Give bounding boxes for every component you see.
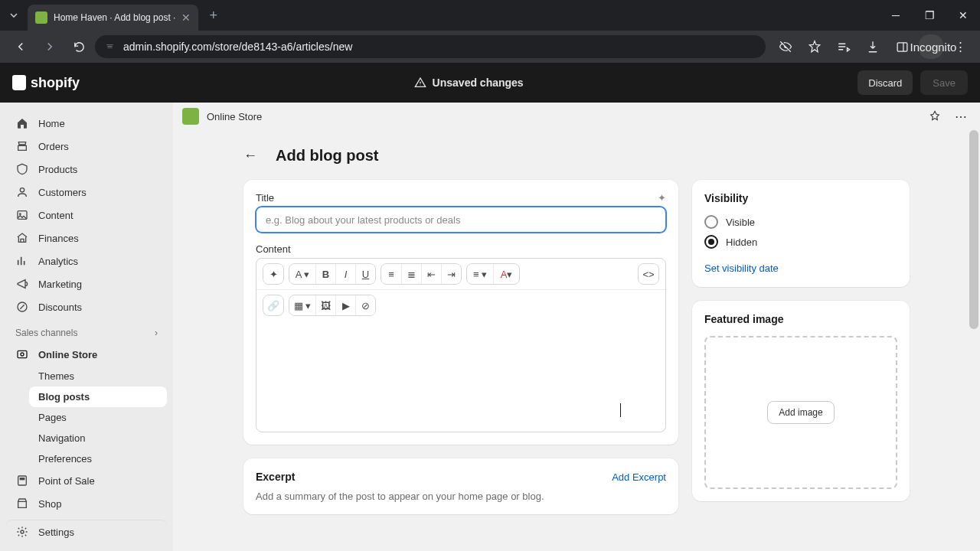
- nav-preferences[interactable]: Preferences: [29, 448, 167, 469]
- image-button[interactable]: 🖼: [315, 295, 335, 315]
- breadcrumb-bar: Online Store ⋯: [173, 103, 980, 130]
- new-tab-button[interactable]: +: [198, 8, 228, 24]
- incognito-badge[interactable]: Incognito: [919, 34, 943, 59]
- nav-customers[interactable]: Customers: [6, 181, 167, 204]
- pin-icon[interactable]: [925, 106, 945, 126]
- home-icon: [15, 116, 29, 130]
- nav-online-store[interactable]: Online Store: [6, 343, 167, 366]
- nav-content[interactable]: Content: [6, 204, 167, 227]
- maximize-button[interactable]: ❐: [913, 0, 946, 31]
- back-arrow-icon[interactable]: ←: [243, 148, 265, 164]
- link-button[interactable]: 🔗: [263, 295, 283, 315]
- align-button[interactable]: ≡ ▾: [467, 264, 493, 284]
- sales-channels-header[interactable]: Sales channels ›: [6, 318, 167, 343]
- store-icon: [15, 347, 29, 361]
- nav-products[interactable]: Products: [6, 158, 167, 181]
- back-button[interactable]: [8, 34, 34, 60]
- svg-rect-7: [18, 476, 27, 485]
- site-info-icon[interactable]: [104, 41, 116, 53]
- nav-blog-posts[interactable]: Blog posts: [29, 386, 167, 407]
- excerpt-description: Add a summary of the post to appear on y…: [256, 491, 666, 502]
- nav-navigation[interactable]: Navigation: [29, 428, 167, 448]
- nav-themes[interactable]: Themes: [29, 366, 167, 386]
- add-excerpt-link[interactable]: Add Excerpt: [612, 471, 666, 483]
- excerpt-title: Excerpt: [256, 471, 295, 483]
- svg-rect-8: [20, 478, 25, 480]
- content-textarea[interactable]: [256, 321, 665, 432]
- reload-button[interactable]: [66, 34, 92, 60]
- shop-icon: [15, 497, 29, 510]
- nav-settings[interactable]: Settings: [6, 520, 167, 543]
- featured-image-dropzone[interactable]: Add image: [704, 336, 897, 489]
- outdent-button[interactable]: ⇤: [421, 264, 441, 284]
- download-icon[interactable]: [861, 34, 885, 59]
- source-code-button[interactable]: <>: [639, 264, 658, 284]
- shopify-logo[interactable]: shopify: [12, 75, 80, 91]
- logo-bag-icon: [12, 75, 26, 90]
- featured-image-title: Featured image: [704, 313, 897, 325]
- discard-button[interactable]: Discard: [858, 70, 913, 95]
- visibility-card: Visibility Visible Hidden Set visibility…: [692, 180, 910, 287]
- close-window-button[interactable]: ✕: [946, 0, 980, 31]
- visibility-hidden-radio[interactable]: Hidden: [704, 235, 897, 249]
- nav-analytics[interactable]: Analytics: [6, 249, 167, 272]
- paragraph-style-button[interactable]: A ▾: [289, 264, 315, 284]
- playlist-icon[interactable]: [831, 34, 856, 59]
- set-visibility-date-link[interactable]: Set visibility date: [704, 262, 779, 274]
- svg-rect-5: [18, 350, 27, 357]
- chevron-right-icon: ›: [155, 328, 158, 338]
- nav-marketing[interactable]: Marketing: [6, 272, 167, 295]
- title-label: Title: [256, 192, 274, 204]
- scrollbar[interactable]: [969, 130, 978, 329]
- nav-finances[interactable]: Finances: [6, 227, 167, 249]
- eye-off-icon[interactable]: [773, 34, 798, 59]
- bold-button[interactable]: B: [315, 264, 335, 284]
- editor-toolbar: ✦ A ▾ B I U ≡ ≣ ⇤: [256, 259, 665, 290]
- title-input[interactable]: [256, 207, 666, 233]
- table-button[interactable]: ▦ ▾: [289, 295, 315, 315]
- sparkle-icon[interactable]: ✦: [658, 192, 666, 204]
- address-bar[interactable]: admin.shopify.com/store/de8143-a6/articl…: [95, 35, 766, 58]
- tab-title: Home Haven · Add blog post ·: [54, 12, 175, 23]
- main-content: Online Store ⋯ ← Add blog post Title ✦: [173, 103, 980, 551]
- title-label-row: Title ✦: [256, 192, 666, 204]
- nav-shop[interactable]: Shop: [6, 492, 167, 515]
- nav-discounts[interactable]: Discounts: [6, 295, 167, 318]
- menu-icon[interactable]: ⋮: [948, 34, 972, 59]
- ai-sparkle-button[interactable]: ✦: [263, 264, 283, 284]
- products-icon: [15, 162, 29, 176]
- add-image-button[interactable]: Add image: [767, 401, 834, 424]
- analytics-icon: [15, 254, 29, 268]
- clear-format-button[interactable]: ⊘: [355, 295, 375, 315]
- radio-checked-icon: [704, 235, 718, 249]
- svg-point-1: [20, 188, 24, 192]
- close-tab-icon[interactable]: ✕: [181, 11, 191, 24]
- nav-orders[interactable]: Orders: [6, 135, 167, 158]
- browser-tab[interactable]: Home Haven · Add blog post · ✕: [28, 5, 198, 31]
- minimize-button[interactable]: ─: [879, 0, 913, 31]
- nav-home[interactable]: Home: [6, 112, 167, 135]
- customers-icon: [15, 185, 29, 199]
- visibility-visible-radio[interactable]: Visible: [704, 215, 897, 229]
- forward-button[interactable]: [37, 34, 63, 60]
- numbered-list-button[interactable]: ≣: [401, 264, 421, 284]
- more-icon[interactable]: ⋯: [951, 106, 971, 126]
- video-button[interactable]: ▶: [335, 295, 355, 315]
- bookmark-icon[interactable]: [802, 34, 827, 59]
- text-color-button[interactable]: A ▾: [493, 264, 519, 284]
- save-button[interactable]: Save: [920, 70, 968, 95]
- underline-button[interactable]: U: [355, 264, 375, 284]
- gear-icon: [15, 525, 29, 539]
- nav-pages[interactable]: Pages: [29, 407, 167, 428]
- nav-pos[interactable]: Point of Sale: [6, 469, 167, 492]
- tab-search-button[interactable]: [0, 2, 28, 28]
- radio-icon: [704, 215, 718, 229]
- page-header: ← Add blog post: [243, 147, 910, 165]
- marketing-icon: [15, 277, 29, 291]
- italic-button[interactable]: I: [335, 264, 355, 284]
- discounts-icon: [15, 300, 29, 314]
- bullet-list-button[interactable]: ≡: [381, 264, 401, 284]
- window-controls: ─ ❐ ✕: [879, 0, 980, 31]
- indent-button[interactable]: ⇥: [441, 264, 461, 284]
- breadcrumb-label[interactable]: Online Store: [207, 111, 262, 122]
